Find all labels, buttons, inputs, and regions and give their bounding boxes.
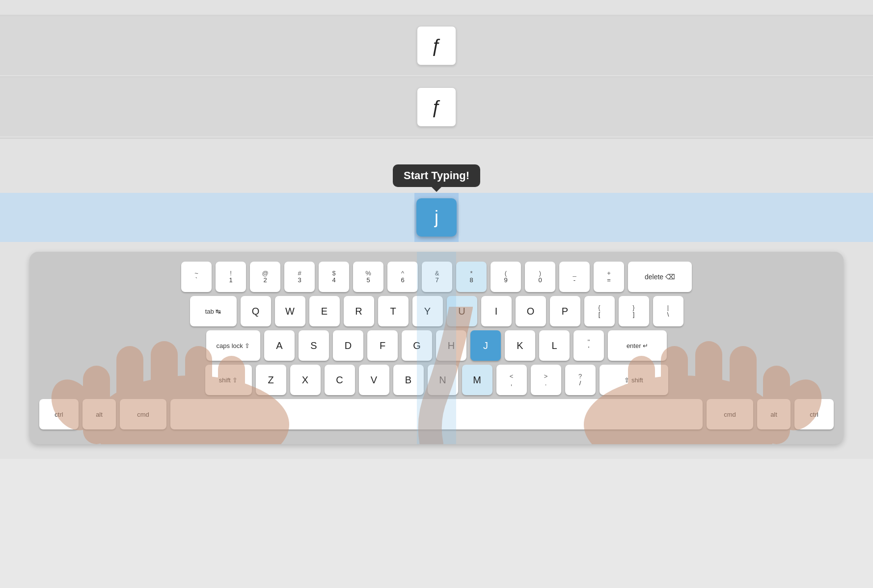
- key-alt-right[interactable]: alt: [757, 399, 791, 429]
- key-2[interactable]: @ 2: [250, 262, 280, 292]
- key-h[interactable]: H: [436, 330, 466, 361]
- key-comma[interactable]: < ,: [496, 365, 527, 395]
- key-4[interactable]: $ 4: [319, 262, 349, 292]
- key-slash[interactable]: ? /: [565, 365, 596, 395]
- key-g[interactable]: G: [402, 330, 432, 361]
- key-ctrl-left[interactable]: ctrl: [39, 399, 79, 429]
- key-3[interactable]: # 3: [284, 262, 315, 292]
- key-shift-left[interactable]: shift ⇧: [205, 365, 252, 395]
- key-bracket-close[interactable]: } ]: [619, 296, 649, 326]
- key-b[interactable]: B: [393, 365, 424, 395]
- zxcv-row: shift ⇧ Z X C V B N M < , > . ? / ⇧ shif…: [39, 365, 834, 395]
- key-delete[interactable]: delete ⌫: [628, 262, 692, 292]
- key-backtick[interactable]: ~ `: [181, 262, 212, 292]
- key-x[interactable]: X: [290, 365, 321, 395]
- key-caps-lock[interactable]: caps lock ⇧: [206, 330, 260, 361]
- key-i[interactable]: I: [481, 296, 512, 326]
- key-7[interactable]: & 7: [422, 262, 452, 292]
- key-c[interactable]: C: [325, 365, 355, 395]
- key-d[interactable]: D: [333, 330, 363, 361]
- key-j[interactable]: J: [470, 330, 501, 361]
- key-bracket-open[interactable]: { [: [584, 296, 615, 326]
- key-cmd-left[interactable]: cmd: [120, 399, 166, 429]
- key-minus[interactable]: _ -: [559, 262, 590, 292]
- key-space[interactable]: [170, 399, 703, 429]
- number-row: ~ ` ! 1 @ 2 # 3 $ 4 % 5: [39, 262, 834, 292]
- key-v[interactable]: V: [359, 365, 389, 395]
- key-n[interactable]: N: [428, 365, 458, 395]
- key-y[interactable]: Y: [412, 296, 443, 326]
- key-alt-left[interactable]: alt: [82, 399, 116, 429]
- key-o[interactable]: O: [516, 296, 546, 326]
- key-a[interactable]: A: [264, 330, 295, 361]
- key-m[interactable]: M: [462, 365, 492, 395]
- f-key-1: ƒ: [417, 26, 456, 65]
- key-0[interactable]: ) 0: [525, 262, 555, 292]
- key-q[interactable]: Q: [241, 296, 271, 326]
- qwerty-row: tab ↹ Q W E R T Y U I O P { [ } ] | \: [39, 296, 834, 326]
- key-period[interactable]: > .: [531, 365, 561, 395]
- key-6[interactable]: ^ 6: [387, 262, 418, 292]
- key-enter[interactable]: enter ↵: [608, 330, 667, 361]
- key-1[interactable]: ! 1: [216, 262, 246, 292]
- key-r[interactable]: R: [344, 296, 374, 326]
- key-tab[interactable]: tab ↹: [190, 296, 237, 326]
- active-j-key: j: [416, 198, 457, 237]
- key-8[interactable]: * 8: [456, 262, 487, 292]
- f-key-2: ƒ: [417, 87, 456, 127]
- bottom-row: ctrl alt cmd cmd alt ctrl: [39, 399, 834, 429]
- start-typing-tooltip: Start Typing!: [393, 164, 480, 187]
- key-equals[interactable]: + =: [594, 262, 624, 292]
- key-u[interactable]: U: [447, 296, 477, 326]
- key-s[interactable]: S: [299, 330, 329, 361]
- key-shift-right[interactable]: ⇧ shift: [600, 365, 668, 395]
- key-ctrl-right[interactable]: ctrl: [794, 399, 834, 429]
- key-z[interactable]: Z: [256, 365, 286, 395]
- key-semicolon[interactable]: " ': [573, 330, 604, 361]
- key-f[interactable]: F: [367, 330, 398, 361]
- key-w[interactable]: W: [275, 296, 305, 326]
- key-p[interactable]: P: [550, 296, 580, 326]
- key-5[interactable]: % 5: [353, 262, 383, 292]
- active-key-row: j: [0, 193, 873, 242]
- key-9[interactable]: ( 9: [491, 262, 521, 292]
- asdf-row: caps lock ⇧ A S D F G H J K L " ' enter …: [39, 330, 834, 361]
- key-e[interactable]: E: [309, 296, 340, 326]
- keyboard: ~ ` ! 1 @ 2 # 3 $ 4 % 5: [29, 252, 844, 444]
- key-backslash[interactable]: | \: [653, 296, 683, 326]
- key-k[interactable]: K: [505, 330, 535, 361]
- key-l[interactable]: L: [539, 330, 570, 361]
- key-cmd-right[interactable]: cmd: [707, 399, 753, 429]
- key-t[interactable]: T: [378, 296, 409, 326]
